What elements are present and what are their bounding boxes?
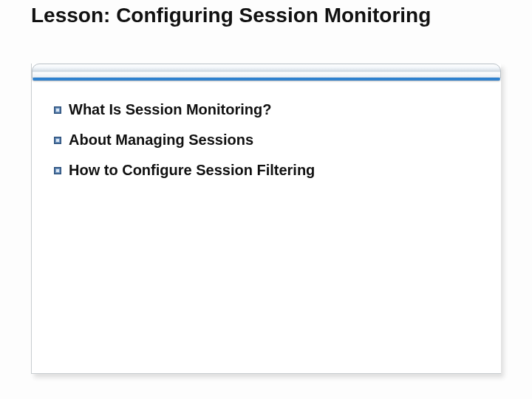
bullet-icon: [54, 167, 61, 174]
svg-rect-8: [56, 169, 59, 172]
list-item: What Is Session Monitoring?: [54, 100, 486, 119]
svg-rect-5: [56, 139, 59, 142]
panel-header-bar: [32, 64, 501, 78]
slide: Lesson: Configuring Session Monitoring W…: [0, 0, 532, 399]
slide-title: Lesson: Configuring Session Monitoring: [31, 4, 489, 27]
list-item-label: How to Configure Session Filtering: [69, 161, 315, 180]
bullet-icon: [54, 137, 61, 144]
content-panel: What Is Session Monitoring? About Managi…: [31, 64, 501, 374]
panel-body: What Is Session Monitoring? About Managi…: [32, 78, 501, 199]
list-item-label: About Managing Sessions: [69, 131, 253, 149]
list-item-label: What Is Session Monitoring?: [69, 100, 271, 119]
svg-rect-2: [56, 109, 59, 112]
list-item: How to Configure Session Filtering: [54, 161, 486, 180]
bullet-icon: [54, 106, 61, 114]
list-item: About Managing Sessions: [54, 131, 486, 149]
